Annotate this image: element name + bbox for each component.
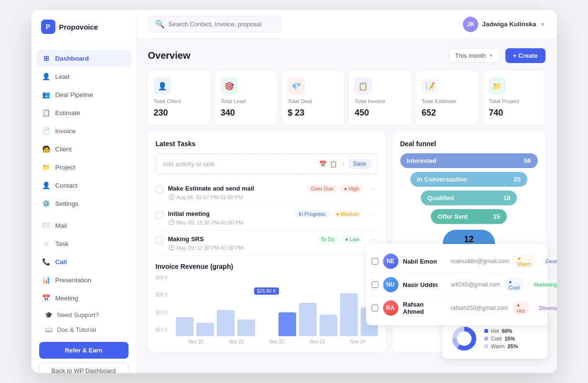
contact-name-3: Rafsan Ahmed xyxy=(403,301,446,315)
task-more-2[interactable]: ··· xyxy=(368,210,378,219)
donut-legend: Hot 60% Cold 15% Warm 25% xyxy=(484,328,518,349)
contact-email-3: rafsan250@gmail.com xyxy=(451,305,508,311)
funnel-value-conversation: 25 xyxy=(513,176,520,183)
chart-bars-container: $26.80 K xyxy=(176,275,378,344)
sidebar-item-client[interactable]: 🧑 Client xyxy=(36,140,131,158)
task-add-area[interactable]: Add activity or task 📅 📋 ↗ Save xyxy=(156,153,378,174)
task-more-3[interactable]: ··· xyxy=(368,235,378,244)
funnel-container: Interested 56 In Conversastion 25 xyxy=(400,153,538,256)
sidebar-label-dashboard: Dashboard xyxy=(55,55,89,62)
stat-total-invoice: 📋 Total Invoice 450 xyxy=(349,71,411,125)
task-content-2: Initial meeting 🕐 May 09, 12:30 PM-01:00… xyxy=(168,210,290,225)
sidebar-label-meeting: Meeting xyxy=(55,295,78,302)
task-priority-1: ● High xyxy=(340,185,363,192)
contact-checkbox-3[interactable] xyxy=(372,305,378,311)
search-bar[interactable]: 🔍 xyxy=(148,16,282,32)
legend-label-hot: Hot xyxy=(491,328,499,334)
project-icon: 📁 xyxy=(42,163,51,171)
task-checkbox-2[interactable] xyxy=(156,211,163,219)
y-label-3: $20 K xyxy=(156,310,168,315)
sidebar-label-client: Client xyxy=(55,146,72,153)
stat-deal-icon: 💎 xyxy=(288,77,305,95)
month-filter[interactable]: This month ▼ xyxy=(449,48,500,63)
task-item-2: Initial meeting 🕐 May 09, 12:30 PM-01:00… xyxy=(156,205,378,231)
sidebar-label-lead: Lead xyxy=(55,73,70,80)
sidebar-item-lead[interactable]: 👤 Lead xyxy=(36,68,131,85)
funnel-row-4: Offer Sent 15 xyxy=(400,209,538,224)
tasks-panel-title: Latest Tasks xyxy=(156,140,378,148)
search-input[interactable] xyxy=(169,21,275,28)
legend-pct-warm: 25% xyxy=(507,343,518,349)
stat-lead-value: 340 xyxy=(221,108,271,118)
bar-1 xyxy=(176,317,193,336)
user-area[interactable]: JK Jadwiga Kulinska ▼ xyxy=(463,17,545,32)
sidebar-item-meeting[interactable]: 📅 Meeting xyxy=(36,289,131,307)
skill-tag-design: Design xyxy=(542,257,557,265)
back-wp-button[interactable]: Back to WP Dashboard xyxy=(39,362,128,373)
doc-tutorial-item[interactable]: 📖 Doc & Tutorial xyxy=(39,322,128,337)
contact-checkbox-1[interactable] xyxy=(372,258,378,265)
stat-project-icon: 📁 xyxy=(489,77,506,95)
sidebar-item-task[interactable]: ○ Task xyxy=(36,235,131,252)
task-add-actions: 📅 📋 ↗ Save xyxy=(319,159,371,169)
task-meta-3: 🕐 May 09, 12:30 PM-01:00 PM xyxy=(168,245,312,251)
sidebar-item-project[interactable]: 📁 Project xyxy=(36,159,131,176)
task-add-placeholder: Add activity or task xyxy=(163,160,215,168)
stat-invoice-value: 450 xyxy=(354,108,405,118)
task-status-2: In Progress xyxy=(295,210,329,218)
funnel-bar-interested: Interested 56 xyxy=(400,153,538,168)
sidebar-label-project: Project xyxy=(55,164,75,171)
stats-grid: 👤 Total Client 230 🎯 Total Lead 340 💎 To… xyxy=(148,71,545,125)
overview-title: Overview xyxy=(148,50,191,61)
sidebar-item-call[interactable]: 📞 Call xyxy=(36,253,131,270)
call-icon: 📞 xyxy=(42,257,51,266)
contact-temp-1: ● Warm xyxy=(514,255,535,268)
save-button[interactable]: Save xyxy=(348,159,371,169)
task-date-1: Aug 08, 02:67 PM-01:00 PM xyxy=(177,194,243,200)
bar-nov22b xyxy=(278,312,296,336)
bar-2 xyxy=(217,310,235,336)
task-icon: ○ xyxy=(42,239,51,248)
sidebar-item-mail[interactable]: ✉️ Mail xyxy=(36,217,131,234)
support-icon: 🎓 xyxy=(45,311,53,319)
sidebar-item-deal-pipeline[interactable]: 👥 Deal Pipeline xyxy=(36,86,131,103)
chart-title: Invoice Revenue (graph) xyxy=(156,263,378,270)
task-checkbox-1[interactable] xyxy=(156,186,163,193)
funnel-label-conversation: In Conversastion xyxy=(417,176,467,183)
create-button[interactable]: + Create xyxy=(505,48,545,63)
task-priority-3: ● Low xyxy=(341,235,363,243)
need-support-item[interactable]: 🎓 Need Support? xyxy=(39,308,128,322)
stat-client-icon: 👤 xyxy=(154,77,171,95)
logo: P Propovoice xyxy=(32,20,136,44)
x-label-4: Nov 23 xyxy=(310,339,325,344)
sidebar-item-contact[interactable]: 👤 Contact xyxy=(36,177,131,194)
sidebar-item-dashboard[interactable]: ⊞ Dashboard xyxy=(36,50,131,67)
task-more-1[interactable]: ··· xyxy=(368,185,378,193)
stat-lead-icon: 🎯 xyxy=(221,77,238,95)
stat-total-estimate: 📝 Total Estimate 652 xyxy=(416,71,478,125)
chart-bars: $26.80 K xyxy=(176,279,378,336)
funnel-bar-conversation: In Conversastion 25 xyxy=(410,172,527,187)
task-item-3: Making SRS 🕐 May 09, 12:30 PM-01:00 PM T… xyxy=(156,231,378,256)
task-checkbox-3[interactable] xyxy=(156,236,163,244)
sidebar-item-invoice[interactable]: 📄 Invoice xyxy=(36,122,131,139)
bar-tooltip: $26.80 K xyxy=(254,287,279,295)
task-status-1: Over Due xyxy=(307,185,337,192)
task-meta-2: 🕐 May 09, 12:30 PM-01:00 PM xyxy=(168,219,290,225)
contact-row-3[interactable]: RA Rafsan Ahmed rafsan250@gmail.com ● Ho… xyxy=(372,297,542,319)
avatar: JK xyxy=(463,17,478,32)
bar-nov21b xyxy=(237,319,255,336)
sidebar-item-presentation[interactable]: 📊 Presentation xyxy=(36,271,131,288)
logo-text: Propovoice xyxy=(59,23,98,31)
refer-earn-button[interactable]: Refer & Earn xyxy=(39,342,128,359)
y-label-2: $35 K xyxy=(156,292,168,298)
month-filter-label: This month xyxy=(455,52,486,59)
task-date-2: May 09, 12:30 PM-01:00 PM xyxy=(177,220,244,225)
contact-checkbox-2[interactable] xyxy=(372,281,378,288)
presentation-icon: 📊 xyxy=(42,276,51,284)
contact-row-1[interactable]: NE Nabil Emon mainuddin@gmail.com ● Warm… xyxy=(372,250,542,273)
contact-row-2[interactable]: NU Nasir Uddin arif245@gmail.com ● Cool … xyxy=(372,273,542,297)
sidebar-item-estimate[interactable]: 📋 Estimate xyxy=(36,104,131,121)
sidebar-item-settings[interactable]: ⚙️ Settings xyxy=(36,195,131,212)
contact-name-1: Nabil Emon xyxy=(403,258,446,265)
